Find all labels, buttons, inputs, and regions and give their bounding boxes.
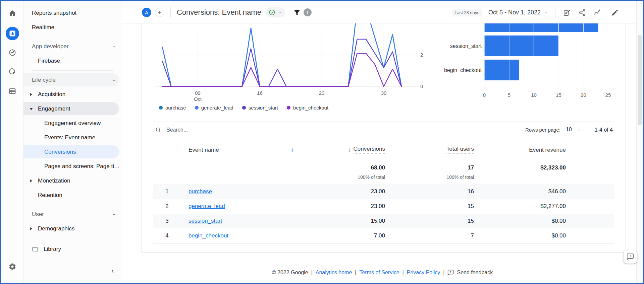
sidebar-item-library[interactable]: Library — [23, 242, 122, 256]
feedback-fab[interactable] — [624, 250, 637, 264]
caret-down-icon[interactable] — [577, 128, 581, 132]
column-header-event-revenue[interactable]: Event revenue — [529, 138, 566, 162]
legend-item-session_start[interactable]: session_start — [242, 105, 278, 111]
expand-caret-icon[interactable] — [29, 227, 33, 231]
expand-caret-icon[interactable] — [29, 92, 33, 96]
icon-rail — [1, 1, 23, 283]
conversions-charts[interactable]: 2009Oct162330session_startbegin_checkout… — [142, 23, 626, 102]
vertical-scrollbar[interactable] — [636, 1, 643, 283]
chevron-up-icon[interactable] — [112, 78, 116, 82]
row-rank: 4 — [160, 228, 174, 243]
sidebar-item-reports-snapshot[interactable]: Reports snapshot — [23, 6, 122, 20]
rail-button-advertising[interactable] — [6, 65, 19, 78]
bar-chart-x-tick: 0 — [483, 92, 486, 98]
reports-icon — [8, 29, 16, 38]
add-dimension-button[interactable] — [288, 146, 296, 154]
data-quality-pill[interactable] — [266, 7, 285, 17]
bar-chart-x-tick: 5 — [508, 92, 511, 98]
sidebar-item-conversions[interactable]: Conversions — [23, 145, 122, 159]
edit-report-button[interactable] — [610, 8, 619, 17]
row-total-users: 7 — [471, 228, 474, 243]
legend-dot-icon — [287, 106, 290, 110]
analytics-home-link[interactable]: Analytics home — [316, 270, 352, 276]
add-comparison-button[interactable] — [155, 8, 164, 17]
sidebar-item-label: Pages and screens: Page ti… — [44, 163, 120, 170]
legend-item-begin_checkout[interactable]: begin_checkout — [287, 105, 328, 111]
rail-button-configure[interactable] — [6, 84, 19, 98]
sidebar-item-demographics[interactable]: Demographics — [23, 221, 122, 236]
rail-button-explore[interactable] — [6, 46, 19, 59]
event-name-link[interactable]: generate_lead — [189, 203, 225, 210]
send-feedback-link[interactable]: Send feedback — [457, 270, 493, 276]
event-name-link[interactable]: session_start — [189, 218, 222, 224]
line-chart-x-tick: 09 — [195, 90, 201, 96]
sidebar-item-firebase[interactable]: Firebase — [23, 54, 122, 68]
sidebar-item-engagement[interactable]: Engagement — [23, 101, 122, 116]
expand-caret-icon[interactable] — [29, 179, 33, 183]
row-conversions: 15.00 — [371, 214, 385, 228]
column-header-conversions[interactable]: ↓ Conversions — [348, 138, 385, 162]
row-event-revenue: $0.00 — [551, 228, 566, 243]
sidebar-nav: Reports snapshotRealtimeApp developerFir… — [23, 6, 122, 256]
scrollbar-thumb[interactable] — [638, 35, 642, 125]
line-chart-y-tick: 2 — [420, 52, 423, 58]
legend-dot-icon — [242, 106, 246, 110]
sidebar-item-app-developer[interactable]: App developer — [23, 39, 122, 54]
sidebar-item-label: Life cycle — [32, 77, 56, 83]
bar-session_start — [484, 36, 558, 56]
row-rank: 2 — [160, 199, 174, 214]
analytics-app: Reports snapshotRealtimeApp developerFir… — [0, 0, 644, 284]
share-report-button[interactable] — [578, 8, 586, 17]
rail-button-reports[interactable] — [6, 27, 19, 40]
sidebar-item-monetization[interactable]: Monetization — [23, 173, 122, 188]
row-event-revenue: $46.00 — [548, 184, 566, 199]
collapse-sidebar-button[interactable] — [107, 266, 118, 277]
event-name-link[interactable]: purchase — [189, 188, 212, 195]
insights-button[interactable] — [593, 8, 601, 17]
table-column-headers: Event name ↓ Conversions Total users Eve… — [153, 138, 614, 162]
date-range-picker[interactable]: Oct 5 - Nov 1, 2022 — [488, 9, 548, 16]
sidebar-spacer — [23, 236, 122, 242]
chevron-left-icon — [110, 268, 116, 274]
sidebar-divider — [23, 68, 122, 73]
rail-button-settings[interactable] — [6, 260, 19, 273]
table-row: 3session_start15.0015$0.00 — [153, 214, 614, 228]
check-circle-icon — [269, 9, 275, 16]
collapse-caret-icon[interactable] — [29, 107, 33, 111]
sidebar-item-acquisition[interactable]: Acquisition — [23, 87, 122, 101]
date-range-text: Oct 5 - Nov 1, 2022 — [488, 9, 541, 16]
sidebar-item-retention[interactable]: Retention — [23, 188, 122, 202]
row-conversions: 23.00 — [371, 184, 385, 199]
explore-icon — [8, 49, 16, 57]
event-name-link[interactable]: begin_checkout — [189, 232, 228, 239]
legend-dot-icon — [159, 106, 163, 110]
rows-per-page-select[interactable]: 10 — [565, 127, 573, 133]
column-header-total-users[interactable]: Total users — [446, 138, 474, 162]
privacy-policy-link[interactable]: Privacy Policy — [407, 270, 440, 276]
search-input[interactable] — [166, 127, 267, 133]
insight-badge[interactable]: I — [304, 8, 312, 16]
sidebar-divider — [23, 34, 122, 39]
rail-button-home[interactable] — [6, 7, 19, 20]
bar-chart-x-tick: 10 — [531, 92, 537, 98]
terms-of-service-link[interactable]: Terms of Service — [359, 270, 399, 276]
table-toolbar: Rows per page: 10 1-4 of 4 — [153, 122, 614, 138]
sidebar-item-realtime[interactable]: Realtime — [23, 20, 122, 34]
line-series-begin_checkout — [162, 53, 401, 86]
sidebar-item-user[interactable]: User — [23, 207, 122, 221]
sidebar-divider — [23, 202, 122, 207]
legend-item-generate_lead[interactable]: generate_lead — [195, 105, 233, 111]
add-filter-button[interactable] — [293, 8, 302, 17]
chevron-up-icon[interactable] — [112, 212, 116, 217]
sidebar-item-events-event-name[interactable]: Events: Event name — [23, 130, 122, 145]
legend-item-purchase[interactable]: purchase — [159, 105, 186, 111]
report-header: A Conversions: Event name I Last 28 days — [122, 1, 643, 23]
sidebar-item-pages-and-screens-page-ti[interactable]: Pages and screens: Page ti… — [23, 159, 122, 173]
column-header-event-name[interactable]: Event name — [189, 138, 219, 162]
avatar[interactable]: A — [142, 8, 151, 17]
chevron-up-icon[interactable] — [112, 44, 116, 49]
sidebar-item-label: Events: Event name — [44, 134, 95, 141]
sidebar-item-life-cycle[interactable]: Life cycle — [23, 73, 122, 87]
sidebar-item-engagement-overview[interactable]: Engagement overview — [23, 116, 122, 130]
customize-report-button[interactable] — [562, 8, 571, 17]
